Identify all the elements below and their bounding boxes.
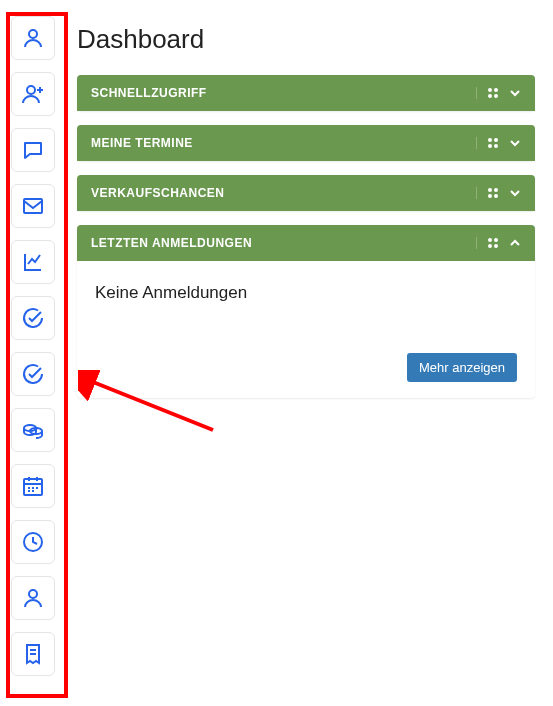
svg-point-13 <box>495 139 497 141</box>
sidebar-item-check[interactable] <box>11 296 55 340</box>
chevron-down-icon[interactable] <box>509 137 521 149</box>
svg-point-8 <box>489 89 491 91</box>
more-button[interactable]: Mehr anzeigen <box>407 353 517 382</box>
panel-verkaufschancen: VERKAUFSCHANCEN <box>77 175 535 211</box>
panel-title: VERKAUFSCHANCEN <box>91 186 225 200</box>
page-title: Dashboard <box>77 24 535 55</box>
svg-point-16 <box>489 189 491 191</box>
sidebar <box>0 0 65 706</box>
panel-controls <box>476 237 521 249</box>
panel-controls <box>476 187 521 199</box>
drag-handle-icon[interactable] <box>487 237 499 249</box>
panel-body: Keine Anmeldungen Mehr anzeigen <box>77 261 535 398</box>
coins-icon <box>21 418 45 442</box>
panel-header-anmeldungen[interactable]: LETZTEN ANMELDUNGEN <box>77 225 535 261</box>
svg-point-20 <box>489 239 491 241</box>
chart-icon <box>21 250 45 274</box>
panel-controls <box>476 137 521 149</box>
svg-point-17 <box>495 189 497 191</box>
sidebar-item-person-plus[interactable] <box>11 72 55 116</box>
chevron-down-icon[interactable] <box>509 87 521 99</box>
mail-icon <box>21 194 45 218</box>
main-content: Dashboard SCHNELLZUGRIFF MEINE TERMINE <box>65 0 553 706</box>
svg-point-14 <box>489 145 491 147</box>
panel-title: LETZTEN ANMELDUNGEN <box>91 236 252 250</box>
sidebar-item-check-2[interactable] <box>11 352 55 396</box>
clock-icon <box>21 530 45 554</box>
svg-point-19 <box>495 195 497 197</box>
panel-footer: Mehr anzeigen <box>95 353 517 382</box>
svg-point-11 <box>495 95 497 97</box>
sidebar-item-note[interactable] <box>11 632 55 676</box>
svg-point-23 <box>495 245 497 247</box>
panel-title: SCHNELLZUGRIFF <box>91 86 207 100</box>
svg-point-18 <box>489 195 491 197</box>
chevron-down-icon[interactable] <box>509 187 521 199</box>
drag-handle-icon[interactable] <box>487 137 499 149</box>
svg-point-7 <box>29 590 37 598</box>
panel-header-verkaufschancen[interactable]: VERKAUFSCHANCEN <box>77 175 535 211</box>
note-icon <box>21 642 45 666</box>
panel-header-schnellzugriff[interactable]: SCHNELLZUGRIFF <box>77 75 535 111</box>
svg-rect-2 <box>24 199 42 213</box>
panel-controls <box>476 87 521 99</box>
svg-point-12 <box>489 139 491 141</box>
panel-header-termine[interactable]: MEINE TERMINE <box>77 125 535 161</box>
sidebar-item-chart[interactable] <box>11 240 55 284</box>
panel-title: MEINE TERMINE <box>91 136 193 150</box>
drag-handle-icon[interactable] <box>487 87 499 99</box>
panel-termine: MEINE TERMINE <box>77 125 535 161</box>
sidebar-item-clock[interactable] <box>11 520 55 564</box>
svg-point-0 <box>29 30 37 38</box>
check-circle-icon <box>21 362 45 386</box>
sidebar-item-person-2[interactable] <box>11 576 55 620</box>
svg-point-22 <box>489 245 491 247</box>
chat-icon <box>21 138 45 162</box>
sidebar-item-coins[interactable] <box>11 408 55 452</box>
svg-point-9 <box>495 89 497 91</box>
svg-point-10 <box>489 95 491 97</box>
svg-point-21 <box>495 239 497 241</box>
sidebar-item-mail[interactable] <box>11 184 55 228</box>
panel-anmeldungen: LETZTEN ANMELDUNGEN Keine Anmeldungen Me… <box>77 225 535 398</box>
person-icon <box>21 586 45 610</box>
panel-schnellzugriff: SCHNELLZUGRIFF <box>77 75 535 111</box>
svg-point-1 <box>27 86 35 94</box>
sidebar-item-calendar[interactable] <box>11 464 55 508</box>
empty-state-text: Keine Anmeldungen <box>95 283 517 303</box>
person-plus-icon <box>21 82 45 106</box>
person-icon <box>21 26 45 50</box>
chevron-up-icon[interactable] <box>509 237 521 249</box>
calendar-icon <box>21 474 45 498</box>
sidebar-item-chat[interactable] <box>11 128 55 172</box>
svg-point-15 <box>495 145 497 147</box>
check-circle-icon <box>21 306 45 330</box>
drag-handle-icon[interactable] <box>487 187 499 199</box>
sidebar-item-person[interactable] <box>11 16 55 60</box>
